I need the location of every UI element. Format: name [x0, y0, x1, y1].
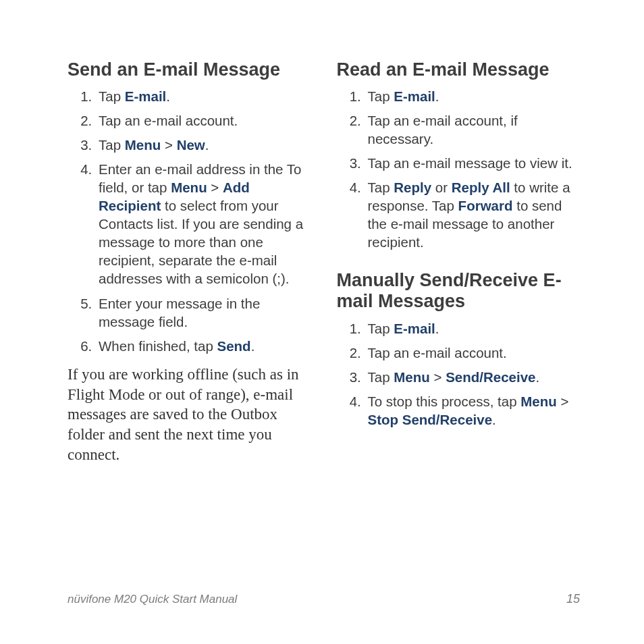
step-item: Tap Menu > Send/Receive.: [365, 368, 581, 386]
right-column: Read an E-mail Message Tap E-mail.Tap an…: [337, 59, 581, 465]
manual-sendreceive-steps: Tap E-mail.Tap an e-mail account.Tap Men…: [337, 319, 581, 429]
left-column: Send an E-mail Message Tap E-mail.Tap an…: [68, 59, 311, 465]
read-email-steps: Tap E-mail.Tap an e-mail account, if nec…: [337, 87, 581, 251]
page-number: 15: [566, 592, 580, 606]
ui-term: Stop Send/Receive: [368, 412, 493, 427]
ui-term: E-mail: [394, 321, 435, 336]
step-item: Tap an e-mail account.: [365, 344, 581, 362]
step-item: Tap an e-mail message to view it.: [365, 154, 581, 172]
ui-term: Send: [217, 338, 251, 354]
send-email-heading: Send an E-mail Message: [68, 59, 311, 80]
ui-term: Menu: [125, 137, 161, 153]
ui-term: New: [177, 137, 205, 153]
page-footer: nüvifone M20 Quick Start Manual 15: [68, 592, 580, 606]
page-columns: Send an E-mail Message Tap E-mail.Tap an…: [68, 59, 580, 465]
ui-term: Reply All: [452, 180, 510, 195]
step-item: Tap Menu > New.: [96, 136, 311, 154]
step-item: Tap E-mail.: [365, 87, 581, 105]
step-item: Tap E-mail.: [96, 87, 311, 105]
step-item: Enter your message in the message field.: [96, 294, 311, 331]
step-item: Tap Reply or Reply All to write a respon…: [365, 178, 581, 251]
ui-term: Menu: [171, 180, 207, 195]
offline-note: If you are working offline (such as in F…: [68, 365, 311, 465]
step-item: When finished, tap Send.: [96, 337, 311, 355]
step-item: Tap an e-mail account, if necessary.: [365, 111, 581, 148]
ui-term: E-mail: [394, 88, 435, 104]
ui-term: Menu: [394, 369, 430, 385]
ui-term: Reply: [394, 180, 431, 195]
step-item: Tap an e-mail account.: [96, 111, 311, 130]
ui-term: E-mail: [125, 88, 167, 104]
ui-term: Menu: [520, 394, 557, 409]
manual-sendreceive-heading: Manually Send/Receive E-mail Messages: [337, 270, 581, 312]
ui-term: Send/Receive: [446, 369, 535, 385]
ui-term: Forward: [458, 198, 513, 213]
send-email-steps: Tap E-mail.Tap an e-mail account.Tap Men…: [68, 87, 311, 355]
step-item: Tap E-mail.: [365, 319, 581, 338]
step-item: To stop this process, tap Menu > Stop Se…: [365, 392, 581, 429]
step-item: Enter an e-mail address in the To field,…: [96, 160, 311, 288]
read-email-heading: Read an E-mail Message: [337, 59, 581, 80]
footer-title: nüvifone M20 Quick Start Manual: [68, 593, 237, 606]
